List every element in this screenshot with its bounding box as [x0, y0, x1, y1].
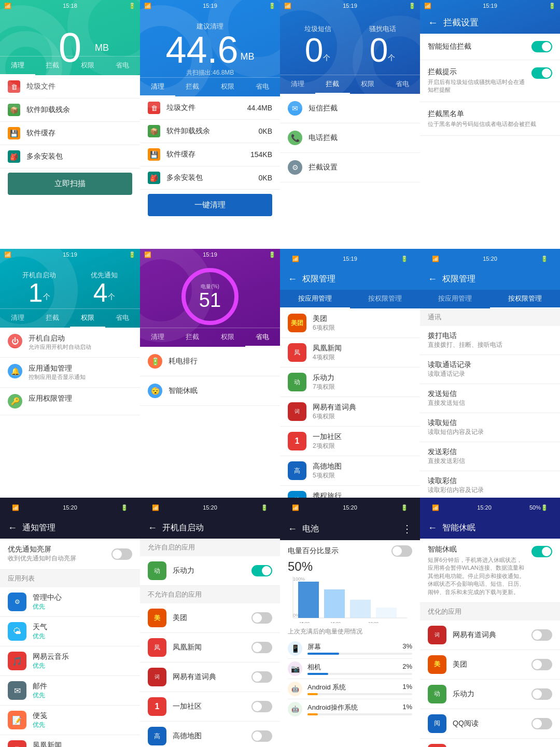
fenghuang-startup-item[interactable]: 凤 凤凰新闻 [140, 633, 280, 663]
clean-button[interactable]: 一键清理 [148, 194, 272, 216]
perm-calllog-item[interactable]: 读取通话记录 读取通话记录 [420, 355, 560, 384]
status-bar-7: 📶 15:19 🔋 [288, 253, 412, 264]
tab-power-6[interactable]: 省电 [245, 328, 281, 347]
smart-sleep-setting[interactable]: 智能休眠 短屏6分钟后，手机将进入休眠状态，应用将会暂停WLAN连接、数据流量和… [420, 539, 560, 603]
phone-block-item[interactable]: 📞 电话拦截 [280, 123, 420, 153]
perm-call-item[interactable]: 拨打电话 直接拨打、挂断、接听电话 [420, 326, 560, 355]
svg-rect-7 [376, 608, 397, 618]
perm-manage-item[interactable]: 🔑 应用权限管理 [0, 388, 140, 415]
tab-perm-2[interactable]: 权限 [210, 78, 245, 96]
back-arrow-4[interactable]: ← [428, 17, 438, 29]
stat-num-notify: 4 [93, 280, 108, 306]
list-item[interactable]: 🎒 多余安装包 0KB [140, 166, 280, 190]
back-arrow-11[interactable]: ← [288, 524, 297, 534]
tab-by-perm[interactable]: 按权限管理 [350, 290, 420, 308]
youdao-sleep-item[interactable]: 词 网易有道词典 [420, 621, 560, 650]
perm-sendmms-item[interactable]: 发送彩信 直接发送彩信 [420, 442, 560, 471]
gaode-startup-item[interactable]: 高 高德地图 [140, 722, 280, 747]
notif-manage-item[interactable]: 🔔 应用通知管理 控制应用是否显示通知 [0, 358, 140, 388]
ledong-startup-toggle[interactable] [251, 565, 272, 576]
meituan-sleep-item[interactable]: 美 美团 [420, 650, 560, 680]
qqread-sleep-item[interactable]: 阅 QQ阅读 [420, 709, 560, 739]
app-item-notes[interactable]: 📝 便笺优先 [0, 706, 140, 735]
app-item-meituan[interactable]: 美团 美团6项权限 [280, 308, 420, 338]
weibo-sleep-item[interactable]: 微 微博 [420, 739, 560, 747]
priority-notify-setting[interactable]: 优先通知亮屏 收到优先通知时自动亮屏 [0, 539, 140, 570]
smart-sms-block-setting[interactable]: 智能短信拦截 [420, 34, 560, 60]
app-item-weather[interactable]: 🌤 天气优先 [0, 617, 140, 646]
app-item-gaode[interactable]: 高 高德地图5项权限 [280, 456, 420, 486]
fenghuang-startup-toggle[interactable] [251, 642, 272, 653]
spam-sms-label: 垃圾短信 [304, 24, 331, 34]
ledong-sleep-toggle[interactable] [531, 688, 552, 700]
block-blacklist-setting[interactable]: 拦截黑名单 位于黑名单的号码短信或者电话都会被拦截 [420, 102, 560, 136]
perm-readmms-item[interactable]: 读取彩信 读取彩信内容及记录 [420, 471, 560, 498]
power-rank-item[interactable]: 🔋 耗电排行 [140, 347, 280, 376]
ledong-startup-item[interactable]: 动 乐动力 [140, 556, 280, 586]
back-arrow-8[interactable]: ← [428, 274, 437, 285]
status-time-4: 15:19 [483, 3, 497, 9]
svg-text:16:00: 16:00 [330, 621, 341, 623]
back-arrow-12[interactable]: ← [428, 523, 437, 533]
block-notify-toggle[interactable] [531, 67, 552, 79]
app-item-oneplus[interactable]: 1 一加社区2项权限 [280, 427, 420, 456]
panel-clean-suggest: 📶 15:19 🔋 建议清理 44.6 MB 共扫描出:46.8MB 清理 拦截… [140, 0, 280, 249]
status-bar-11: 📶 15:20 🔋 [288, 502, 412, 513]
app-item-ctrip[interactable]: 携 携程旅行8项权限 [280, 486, 420, 498]
app-list-header: 应用列表 [0, 570, 140, 587]
back-arrow-10[interactable]: ← [148, 523, 157, 533]
status-bar-10: 📶 15:20 🔋 [148, 502, 272, 513]
list-item[interactable]: 💾 软件缓存 [0, 122, 140, 145]
oneplus-startup-toggle[interactable] [251, 701, 272, 712]
app-item-music[interactable]: 🎵 网易云音乐优先 [0, 646, 140, 676]
harass-call-count: 0 [370, 34, 388, 67]
tab-power-5[interactable]: 省电 [105, 309, 141, 328]
smart-sleep-toggle[interactable] [531, 546, 552, 557]
meituan-startup-toggle[interactable] [251, 612, 272, 624]
status-bar-12: 📶 15:20 50%🔋 [428, 502, 552, 513]
list-item[interactable]: 💾 软件缓存 154KB [140, 143, 280, 166]
app-item-fenghuang[interactable]: 凤 凤凰新闻4项权限 [280, 338, 420, 368]
scan-button[interactable]: 立即扫描 [8, 173, 132, 195]
app-item-ledong[interactable]: 动 乐动力7项权限 [280, 368, 420, 397]
last-charge-label: 上次充满后的电量使用情况 [288, 627, 412, 636]
meituan-sleep-toggle[interactable] [531, 659, 552, 670]
oneplus-startup-item[interactable]: 1 一加社区 [140, 692, 280, 722]
smart-sleep-item[interactable]: 😴 智能休眠 [140, 376, 280, 406]
perm-sendsms-item[interactable]: 发送短信 直接发送短信 [420, 384, 560, 413]
gaode-startup-toggle[interactable] [251, 730, 272, 742]
status-bar-9: 📶 15:20 🔋 [8, 502, 132, 513]
tab-perm-6[interactable]: 权限 [210, 328, 245, 347]
youdao-startup-item[interactable]: 词 网易有道词典 [140, 663, 280, 692]
ledong-sleep-item[interactable]: 动 乐动力 [420, 680, 560, 709]
stat-label-startup: 开机自启动 [22, 271, 56, 280]
smart-sms-toggle[interactable] [531, 41, 552, 52]
youdao-startup-toggle[interactable] [251, 671, 272, 683]
list-item[interactable]: 🎒 多余安装包 [0, 145, 140, 168]
android-os-battery-item: 🤖 Android操作系统1% [288, 699, 412, 719]
app-item-youdao[interactable]: 词 网易有道词典6项权限 [280, 397, 420, 427]
back-arrow-7[interactable]: ← [288, 274, 297, 285]
tab-by-app[interactable]: 按应用管理 [280, 290, 350, 308]
tab-by-perm-8[interactable]: 按权限管理 [490, 290, 560, 308]
battery-chart: 100% 0% 15:00 16:00 18:00 [288, 576, 412, 623]
meituan-startup-item[interactable]: 美 美团 [140, 603, 280, 633]
back-arrow-9[interactable]: ← [8, 523, 17, 533]
app-item-mgmt[interactable]: ⚙ 管理中心优先 [0, 587, 140, 617]
battery-display-toggle[interactable] [391, 545, 412, 557]
app-item-fenghuang-news[interactable]: 凤 凤凰新闻优先 [0, 735, 140, 747]
block-settings-item[interactable]: ⚙ 拦截设置 [280, 153, 420, 182]
perm-readsms-item[interactable]: 读取短信 读取短信内容及记录 [420, 413, 560, 442]
youdao-sleep-toggle[interactable] [531, 629, 552, 641]
tab-perm-5[interactable]: 权限 [70, 309, 105, 328]
qqread-sleep-toggle[interactable] [531, 718, 552, 729]
status-bar-4: 📶 15:19 🔋 [420, 0, 560, 11]
priority-notify-toggle[interactable] [111, 548, 132, 560]
page-title-11: 电池 [302, 524, 319, 534]
block-notify-setting[interactable]: 拦截提示 开启后有垃圾短信或骚扰电话时会在通知栏提醒 [420, 60, 560, 102]
more-icon-11[interactable]: ⋮ [402, 523, 412, 535]
tab-by-app-8[interactable]: 按应用管理 [420, 290, 490, 308]
list-item[interactable]: 📦 软件卸载残余 0KB [140, 120, 280, 143]
tab-power-2[interactable]: 省电 [245, 78, 281, 96]
app-item-mail[interactable]: ✉ 邮件优先 [0, 676, 140, 706]
